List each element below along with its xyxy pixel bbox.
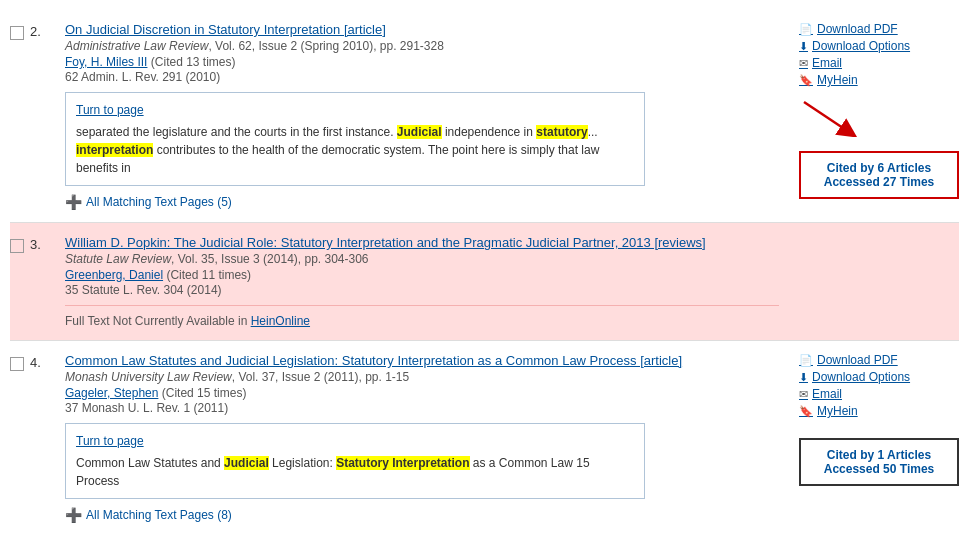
excerpt-2: separated the legislature and the courts… xyxy=(76,125,599,175)
myhein-link-2[interactable]: 🔖 MyHein xyxy=(799,73,959,87)
volume-info-2: , Vol. 62, Issue 2 (Spring 2010), pp. 29… xyxy=(208,39,444,53)
result-title-2[interactable]: On Judicial Discretion in Statutory Inte… xyxy=(65,22,779,37)
bookmark-icon-4: 🔖 xyxy=(799,405,813,418)
red-arrow-2 xyxy=(799,97,959,137)
excerpt-4: Common Law Statutes and Judicial Legisla… xyxy=(76,456,590,488)
result-number-4: 4. xyxy=(10,353,65,523)
hein-link-3[interactable]: HeinOnline xyxy=(251,314,310,328)
turn-to-page-box-2: Turn to page separated the legislature a… xyxy=(65,92,645,186)
cited-box-2[interactable]: Cited by 6 Articles Accessed 27 Times xyxy=(799,151,959,199)
plus-icon-2: ➕ xyxy=(65,194,82,210)
download-pdf-label-4: Download PDF xyxy=(817,353,898,367)
result-item-3: 3. William D. Popkin: The Judicial Role:… xyxy=(10,223,959,341)
result-meta-3: Statute Law Review, Vol. 35, Issue 3 (20… xyxy=(65,252,779,266)
result-content-3: William D. Popkin: The Judicial Role: St… xyxy=(65,235,779,328)
turn-to-page-box-4: Turn to page Common Law Statutes and Jud… xyxy=(65,423,645,499)
email-link-2[interactable]: ✉ Email xyxy=(799,56,959,70)
cited-box-line2-4: Accessed 50 Times xyxy=(813,462,945,476)
download-icon-2: ⬇ xyxy=(799,40,808,53)
cited-count-3: (Cited 11 times) xyxy=(166,268,251,282)
checkbox-3[interactable] xyxy=(10,239,24,253)
svg-line-0 xyxy=(804,102,849,132)
result-citation-2: 62 Admin. L. Rev. 291 (2010) xyxy=(65,70,779,84)
download-options-label-4: Download Options xyxy=(812,370,910,384)
all-matching-label-4: All Matching Text Pages (8) xyxy=(86,508,232,522)
arrow-svg xyxy=(799,97,859,137)
result-author-line-4: Gageler, Stephen (Cited 15 times) xyxy=(65,386,779,400)
pdf-icon-4: 📄 xyxy=(799,354,813,367)
journal-2: Administrative Law Review xyxy=(65,39,208,53)
result-author-line-2: Foy, H. Miles III (Cited 13 times) xyxy=(65,55,779,69)
result-author-3[interactable]: Greenberg, Daniel xyxy=(65,268,163,282)
num-label-3: 3. xyxy=(30,237,41,252)
result-actions-4: 📄 Download PDF ⬇ Download Options ✉ Emai… xyxy=(779,353,959,523)
result-citation-3: 35 Statute L. Rev. 304 (2014) xyxy=(65,283,779,297)
highlight-statutory-2: statutory xyxy=(536,125,587,139)
myhein-label-2: MyHein xyxy=(817,73,858,87)
cited-box-line2-2: Accessed 27 Times xyxy=(813,175,945,189)
checkbox-2[interactable] xyxy=(10,26,24,40)
turn-to-page-link-2[interactable]: Turn to page xyxy=(76,101,634,119)
unavailable-label-3: Full Text Not Currently Available in xyxy=(65,314,251,328)
highlight-interpretation-2: interpretation xyxy=(76,143,153,157)
email-icon-4: ✉ xyxy=(799,388,808,401)
cited-count-4: (Cited 15 times) xyxy=(162,386,247,400)
email-label-4: Email xyxy=(812,387,842,401)
result-title-4[interactable]: Common Law Statutes and Judicial Legisla… xyxy=(65,353,779,368)
result-content-4: Common Law Statutes and Judicial Legisla… xyxy=(65,353,779,523)
download-options-label-2: Download Options xyxy=(812,39,910,53)
download-options-link-2[interactable]: ⬇ Download Options xyxy=(799,39,959,53)
result-number-3: 3. xyxy=(10,235,65,328)
volume-info-3: , Vol. 35, Issue 3 (2014), pp. 304-306 xyxy=(171,252,368,266)
result-content-2: On Judicial Discretion in Statutory Inte… xyxy=(65,22,779,210)
journal-3: Statute Law Review xyxy=(65,252,171,266)
result-meta-4: Monash University Law Review, Vol. 37, I… xyxy=(65,370,779,384)
email-icon-2: ✉ xyxy=(799,57,808,70)
num-label-2: 2. xyxy=(30,24,41,39)
cited-count-2: (Cited 13 times) xyxy=(151,55,236,69)
unavailable-text-3: Full Text Not Currently Available in Hei… xyxy=(65,305,779,328)
highlight-statutory-interp-4: Statutory Interpretation xyxy=(336,456,469,470)
all-matching-4[interactable]: ➕ All Matching Text Pages (8) xyxy=(65,507,779,523)
num-label-4: 4. xyxy=(30,355,41,370)
email-label-2: Email xyxy=(812,56,842,70)
myhein-label-4: MyHein xyxy=(817,404,858,418)
bookmark-icon-2: 🔖 xyxy=(799,74,813,87)
result-citation-4: 37 Monash U. L. Rev. 1 (2011) xyxy=(65,401,779,415)
journal-4: Monash University Law Review xyxy=(65,370,232,384)
checkbox-4[interactable] xyxy=(10,357,24,371)
result-item-4: 4. Common Law Statutes and Judicial Legi… xyxy=(10,341,959,533)
result-item-2: 2. On Judicial Discretion in Statutory I… xyxy=(10,10,959,223)
download-pdf-label-2: Download PDF xyxy=(817,22,898,36)
download-pdf-link-4[interactable]: 📄 Download PDF xyxy=(799,353,959,367)
all-matching-label-2: All Matching Text Pages (5) xyxy=(86,195,232,209)
email-link-4[interactable]: ✉ Email xyxy=(799,387,959,401)
download-icon-4: ⬇ xyxy=(799,371,808,384)
cited-box-4[interactable]: Cited by 1 Articles Accessed 50 Times xyxy=(799,438,959,486)
pdf-icon-2: 📄 xyxy=(799,23,813,36)
myhein-link-4[interactable]: 🔖 MyHein xyxy=(799,404,959,418)
result-number-2: 2. xyxy=(10,22,65,210)
result-title-3[interactable]: William D. Popkin: The Judicial Role: St… xyxy=(65,235,779,250)
cited-box-line1-2: Cited by 6 Articles xyxy=(813,161,945,175)
download-options-link-4[interactable]: ⬇ Download Options xyxy=(799,370,959,384)
result-author-2[interactable]: Foy, H. Miles III xyxy=(65,55,147,69)
result-author-line-3: Greenberg, Daniel (Cited 11 times) xyxy=(65,268,779,282)
highlight-judicial-4: Judicial xyxy=(224,456,269,470)
all-matching-2[interactable]: ➕ All Matching Text Pages (5) xyxy=(65,194,779,210)
result-meta-2: Administrative Law Review, Vol. 62, Issu… xyxy=(65,39,779,53)
turn-to-page-link-4[interactable]: Turn to page xyxy=(76,432,634,450)
plus-icon-4: ➕ xyxy=(65,507,82,523)
download-pdf-link-2[interactable]: 📄 Download PDF xyxy=(799,22,959,36)
result-actions-2: 📄 Download PDF ⬇ Download Options ✉ Emai… xyxy=(779,22,959,210)
result-author-4[interactable]: Gageler, Stephen xyxy=(65,386,158,400)
cited-box-line1-4: Cited by 1 Articles xyxy=(813,448,945,462)
highlight-judicial-2: Judicial xyxy=(397,125,442,139)
volume-info-4: , Vol. 37, Issue 2 (2011), pp. 1-15 xyxy=(232,370,409,384)
results-container: 2. On Judicial Discretion in Statutory I… xyxy=(0,0,969,533)
